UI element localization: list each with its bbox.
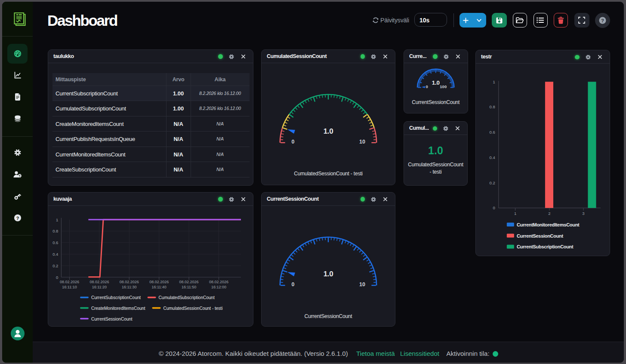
svg-text:0.8: 0.8	[490, 104, 495, 109]
svg-text:CurrentSubscriptionCount: CurrentSubscriptionCount	[517, 244, 574, 249]
svg-text:1.0: 1.0	[324, 270, 333, 278]
svg-text:0.2: 0.2	[52, 263, 58, 268]
svg-text:0.4: 0.4	[490, 155, 495, 160]
svg-text:CurrentSessionCount: CurrentSessionCount	[91, 316, 133, 321]
svg-text:1.0: 1.0	[324, 127, 333, 135]
svg-text:0.6: 0.6	[490, 130, 495, 135]
svg-text:CurrentSessionCount: CurrentSessionCount	[517, 233, 564, 239]
svg-text:1: 1	[493, 80, 495, 84]
svg-text:16:11:40: 16:11:40	[152, 285, 167, 289]
svg-text:2: 2	[548, 211, 550, 216]
svg-text:1: 1	[514, 211, 516, 216]
svg-text:08.02.2026: 08.02.2026	[120, 280, 139, 284]
svg-text:16:11:50: 16:11:50	[182, 285, 196, 289]
svg-text:0.2: 0.2	[490, 180, 495, 185]
svg-text:0: 0	[292, 139, 295, 145]
svg-text:0: 0	[292, 281, 295, 288]
svg-text:CumulatedSessionCount - testi: CumulatedSessionCount - testi	[163, 306, 223, 310]
svg-text:08.02.2026: 08.02.2026	[60, 280, 79, 284]
svg-text:CumulatedSubscriptionCount: CumulatedSubscriptionCount	[159, 295, 215, 300]
svg-text:16:11:10: 16:11:10	[62, 285, 77, 289]
svg-text:100: 100	[440, 84, 447, 89]
svg-text:0: 0	[426, 84, 428, 89]
svg-text:3: 3	[582, 211, 584, 216]
svg-text:CreateMonitoredItemsCount: CreateMonitoredItemsCount	[91, 306, 145, 310]
svg-text:0: 0	[493, 205, 495, 210]
svg-text:08.02.2026: 08.02.2026	[209, 280, 228, 284]
svg-text:08.02.2026: 08.02.2026	[179, 280, 199, 284]
svg-text:10: 10	[359, 281, 365, 288]
svg-text:08.02.2026: 08.02.2026	[149, 280, 169, 284]
svg-text:CurrentSubscriptionCount: CurrentSubscriptionCount	[91, 295, 141, 300]
svg-text:16:11:30: 16:11:30	[122, 285, 136, 289]
svg-text:10: 10	[359, 139, 365, 145]
svg-text:0: 0	[56, 275, 58, 279]
svg-text:08.02.2026: 08.02.2026	[89, 280, 109, 284]
svg-text:0.8: 0.8	[52, 229, 58, 233]
svg-text:16:12:00: 16:12:00	[211, 285, 226, 289]
svg-text:?: ?	[16, 216, 19, 221]
svg-text:CurrentMonitoredItemsCount: CurrentMonitoredItemsCount	[517, 222, 580, 227]
svg-text:0.4: 0.4	[52, 252, 58, 257]
svg-text:?: ?	[601, 18, 604, 23]
svg-text:1.0: 1.0	[432, 80, 440, 86]
svg-text:16:11:20: 16:11:20	[92, 285, 107, 289]
svg-text:0.6: 0.6	[52, 240, 58, 245]
svg-text:1: 1	[56, 217, 58, 222]
